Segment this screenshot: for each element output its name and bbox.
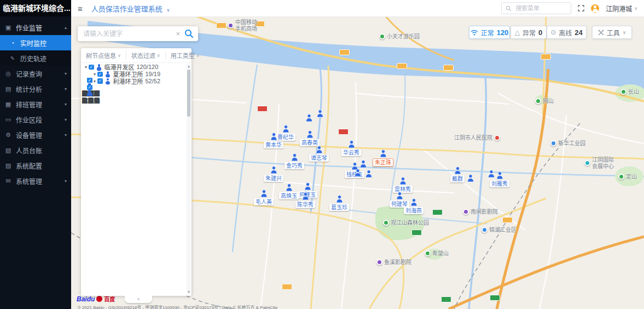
sidebar-item-zuoye-jianguan[interactable]: ▣ 作业监管 ▴ bbox=[0, 20, 71, 35]
status-normal-button[interactable]: 正常 120 bbox=[469, 26, 510, 39]
poi-label: 小天才游乐园 bbox=[387, 33, 420, 40]
sidebar-item-shishi-jiankong[interactable]: ◔ 实时监控 bbox=[0, 35, 71, 50]
fullscreen-icon[interactable] bbox=[578, 5, 584, 12]
poi-label: 定山 bbox=[626, 174, 637, 180]
person-marker[interactable] bbox=[355, 169, 362, 177]
road-badge bbox=[432, 209, 443, 215]
menu-search-input[interactable] bbox=[514, 4, 567, 12]
scroll-up-icon[interactable]: ▲ bbox=[187, 64, 191, 68]
poi-label: 鱼溪影剧院 bbox=[384, 259, 411, 266]
person-marker[interactable]: 戴群 bbox=[450, 167, 465, 182]
road-badge bbox=[441, 296, 451, 302]
sidebar-item-paiban-guanli[interactable]: ▦ 排班管理 ▾ bbox=[0, 96, 71, 112]
person-marker[interactable]: 黄本华 bbox=[264, 133, 283, 148]
filter-dropdown[interactable]: 树节点信息 ∨ bbox=[81, 51, 126, 60]
tree-scrollbar[interactable]: ▲ ▼ bbox=[187, 64, 191, 295]
status-normal-value: 120 bbox=[497, 28, 509, 37]
person-marker[interactable] bbox=[467, 174, 474, 182]
person-marker[interactable]: 毛人美 bbox=[254, 190, 274, 205]
person-marker[interactable] bbox=[365, 170, 373, 178]
person-marker[interactable]: 陈华秀 bbox=[295, 192, 315, 208]
status-abnormal-value: 0 bbox=[538, 28, 542, 37]
person-marker[interactable] bbox=[306, 114, 313, 122]
sidebar-item-label: 设备管理 bbox=[16, 130, 42, 140]
map-poi[interactable]: 小天才游乐园 bbox=[379, 33, 420, 40]
sidebar-item-jilu-chaxun[interactable]: ◎ 记录查询 ▾ bbox=[0, 66, 71, 81]
map-poi[interactable]: 江阴国际 会展中心 bbox=[584, 157, 614, 169]
person-name-label: 朱正珠 bbox=[373, 158, 393, 167]
system-manage-icon: ✉ bbox=[4, 178, 12, 185]
checkbox-checked-icon[interactable]: ✓ bbox=[87, 85, 92, 90]
map-poi[interactable]: 长山 bbox=[620, 89, 639, 95]
tools-dropdown-button[interactable]: 工具 ∨ bbox=[592, 26, 632, 39]
sidebar-item-zuoye-quduan[interactable]: ▭ 作业区段 ▾ bbox=[0, 112, 71, 127]
scrollbar-thumb[interactable] bbox=[187, 70, 190, 117]
map-poi[interactable]: 观江山森林公园 bbox=[383, 220, 429, 226]
map-poi[interactable]: 希望山 bbox=[425, 250, 449, 257]
person-icon bbox=[454, 167, 461, 175]
user-menu[interactable]: 江阴港城 ∨ bbox=[606, 4, 637, 13]
status-offline-button[interactable]: ⊙ 离线 24 bbox=[547, 26, 587, 39]
map-poi[interactable]: 江阴市人民医院 bbox=[454, 135, 500, 141]
tree-row[interactable]: ✓ 江合娣 bbox=[81, 85, 100, 92]
product-title: 临港新城环境综合... bbox=[0, 0, 71, 16]
clear-icon[interactable]: × bbox=[176, 30, 180, 38]
map-poi[interactable]: 中国移动 手机商场 bbox=[228, 19, 257, 32]
sidebar-item-label: 系统管理 bbox=[16, 176, 42, 186]
person-name-label: 华云秀 bbox=[341, 149, 361, 156]
person-marker[interactable]: 雷林秀 bbox=[393, 177, 413, 193]
person-marker[interactable] bbox=[360, 160, 367, 168]
person-marker[interactable]: 金巧秀 bbox=[285, 153, 304, 169]
user-avatar[interactable] bbox=[591, 4, 599, 13]
menu-search-box[interactable] bbox=[501, 2, 571, 14]
chevron-icon: ▾ bbox=[65, 117, 67, 122]
person-marker[interactable]: 朱建兴 bbox=[264, 166, 283, 182]
poi-icon bbox=[535, 98, 541, 104]
filter-dropdown[interactable]: 状态过滤 ∨ bbox=[126, 51, 165, 60]
person-marker[interactable]: 高春英 bbox=[300, 130, 320, 146]
system-title-dropdown[interactable]: 人员保洁作业管理系统 ∨ bbox=[91, 3, 170, 14]
checkbox-checked-icon[interactable]: ✓ bbox=[97, 72, 103, 77]
person-marker[interactable] bbox=[488, 170, 495, 178]
person-marker[interactable]: 刘海燕 bbox=[404, 198, 423, 214]
map-poi[interactable]: 网山 bbox=[535, 98, 554, 105]
hamburger-menu-icon[interactable]: ≡ bbox=[78, 4, 83, 13]
checkbox-checked-icon[interactable]: ✓ bbox=[87, 78, 92, 83]
sidebar-item-xitong-guanli[interactable]: ✉ 系统管理 ▾ bbox=[0, 173, 71, 188]
panel-collapse-tab[interactable]: ∧ bbox=[125, 296, 152, 303]
poi-label: 新华工业园 bbox=[558, 140, 585, 147]
poi-label: 江阴市人民医院 bbox=[454, 135, 492, 141]
person-marker[interactable]: 葛玉珍 bbox=[329, 195, 349, 211]
personnel-search-input[interactable] bbox=[82, 30, 171, 38]
sidebar-item-lishi-guiji[interactable]: ✎ 历史轨迹 bbox=[0, 50, 71, 66]
person-name-label: 朱建兴 bbox=[264, 175, 283, 182]
map-canvas[interactable]: 中国移动 手机商场 小天才游乐园 江阴市人民医院 新华工业园 江阴国际 会展中心… bbox=[71, 16, 644, 309]
status-abnormal-button[interactable]: △ 异常 0 bbox=[510, 26, 547, 39]
person-icon bbox=[286, 184, 293, 192]
tree-expand-icon[interactable]: ▾ bbox=[92, 72, 97, 77]
sidebar-item-shebei-guanli[interactable]: ⚙ 设备管理 ▾ bbox=[0, 127, 71, 142]
sidebar-item-tongji-fenxi[interactable]: ▤ 统计分析 ▾ bbox=[0, 81, 71, 96]
tree-expand-icon[interactable]: ▾ bbox=[83, 65, 89, 70]
map-poi[interactable]: 鱼溪影剧院 bbox=[376, 259, 411, 266]
personnel-search-box[interactable]: × bbox=[78, 26, 198, 41]
scroll-down-icon[interactable]: ▼ bbox=[187, 290, 191, 294]
map-poi[interactable]: 锦湖工业区 bbox=[481, 227, 517, 233]
search-icon[interactable] bbox=[184, 29, 194, 38]
person-marker[interactable]: 华云秀 bbox=[341, 140, 361, 156]
checkbox-checked-icon[interactable]: ✓ bbox=[89, 65, 94, 70]
poi-icon bbox=[481, 227, 488, 233]
map-poi[interactable]: 定山 bbox=[618, 174, 637, 180]
schedule-icon: ▦ bbox=[4, 101, 12, 108]
map-poi[interactable]: 南闸影剧院 bbox=[463, 209, 498, 215]
person-marker[interactable] bbox=[317, 110, 324, 118]
tree-row[interactable]: ✓ 缪亚琴 bbox=[81, 78, 100, 85]
filter-dropdown[interactable]: 用工类型 ∨ bbox=[165, 51, 205, 60]
sidebar-item-xitong-peizhi[interactable]: ▨ 系统配置 bbox=[0, 158, 71, 173]
map-poi[interactable]: 新华工业园 bbox=[550, 140, 585, 147]
monitor-icon: ▣ bbox=[4, 24, 12, 31]
person-marker[interactable]: 朱正珠 bbox=[373, 150, 393, 167]
person-marker[interactable]: 谭志琴 bbox=[309, 146, 329, 162]
sidebar-item-renyuan-taizhang[interactable]: ▧ 人员台账 bbox=[0, 142, 71, 158]
record-query-icon: ◎ bbox=[4, 70, 12, 77]
